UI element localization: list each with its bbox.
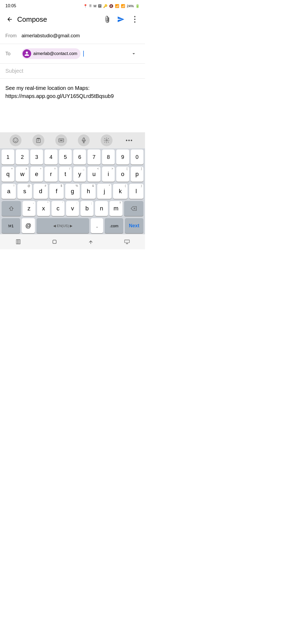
svg-point-4	[15, 140, 15, 140]
key-e[interactable]: ÷e	[30, 167, 43, 182]
dotcom-button[interactable]: .com	[105, 218, 123, 233]
nav-recents-button[interactable]	[12, 236, 24, 248]
key-3[interactable]: 3	[30, 149, 43, 164]
nav-back-icon	[88, 239, 94, 245]
expand-recipients-button[interactable]	[128, 48, 140, 60]
attach-button[interactable]	[101, 13, 113, 25]
keyboard-toolbar: •••	[0, 132, 145, 148]
chevron-down-icon	[131, 51, 137, 57]
mic-icon	[81, 137, 87, 143]
recipient-avatar	[23, 49, 31, 58]
key-g[interactable]: %g	[65, 184, 79, 199]
subject-row[interactable]: Subject	[0, 64, 145, 79]
key-r[interactable]: =r	[45, 167, 57, 182]
backspace-icon	[131, 206, 137, 211]
gear-icon	[104, 137, 110, 143]
send-button[interactable]	[115, 13, 127, 25]
key-i[interactable]: >i	[102, 167, 115, 182]
shift-button[interactable]	[2, 201, 21, 216]
key-x[interactable]: "x	[37, 201, 50, 216]
backspace-button[interactable]	[124, 201, 143, 216]
key-y[interactable]: _y	[73, 167, 86, 182]
wifi-icon: 📶	[115, 4, 119, 8]
symbols-button[interactable]: !#1	[2, 218, 20, 233]
key-9[interactable]: 9	[116, 149, 129, 164]
key-s[interactable]: @s	[17, 184, 32, 199]
svg-rect-24	[17, 240, 19, 244]
clipboard-button[interactable]	[32, 134, 44, 146]
key-a[interactable]: !a	[2, 184, 16, 199]
recipient-email: aimerlab@contact.com	[33, 51, 77, 56]
back-button[interactable]	[4, 14, 15, 25]
period-button[interactable]: .	[91, 218, 103, 233]
key-l[interactable]: )l	[129, 184, 143, 199]
svg-point-22	[106, 140, 107, 141]
person-icon	[24, 51, 30, 56]
next-button[interactable]: Next	[125, 218, 143, 233]
key-5[interactable]: 5	[59, 149, 72, 164]
svg-point-3	[13, 138, 18, 143]
key-0[interactable]: 0	[131, 149, 143, 164]
to-field-area[interactable]: aimerlab@contact.com	[21, 48, 128, 59]
more-toolbar-button[interactable]: •••	[124, 134, 135, 146]
key-b[interactable]: ;b	[81, 201, 93, 216]
key-4[interactable]: 4	[45, 149, 57, 164]
page-title: Compose	[17, 15, 101, 24]
mute-icon: 🔇	[109, 4, 113, 8]
keyboard-asdf-row: !a @s #d $f %g &h *j (k )l	[0, 183, 145, 200]
key-d[interactable]: #d	[34, 184, 48, 199]
keyboard-zxcv-row: -z "x 'c :v ;b n ?m	[0, 200, 145, 217]
key-7[interactable]: 7	[88, 149, 100, 164]
to-chip[interactable]: aimerlab@contact.com	[21, 48, 81, 59]
emoji-icon	[13, 137, 19, 143]
key-p[interactable]: ]p	[131, 167, 143, 182]
key-q[interactable]: +q	[2, 167, 14, 182]
svg-rect-26	[53, 240, 56, 244]
keyboard-button[interactable]	[55, 134, 67, 146]
compose-form: From aimerlabstudio@gmail.com To aimerla…	[0, 28, 145, 132]
keyboard-bottom-row: !#1 @ ◀ EN(US) ▶ . .com Next	[0, 217, 145, 234]
key-h[interactable]: &h	[81, 184, 96, 199]
at-button[interactable]: @	[22, 218, 35, 233]
key-w[interactable]: xw	[16, 167, 28, 182]
svg-point-0	[134, 16, 136, 17]
body-text[interactable]: See my real-time location on Maps: https…	[5, 85, 114, 99]
key-k[interactable]: (k	[113, 184, 127, 199]
clipboard-icon	[35, 137, 41, 143]
svg-rect-19	[83, 138, 85, 141]
nav-home-button[interactable]	[49, 236, 60, 248]
key-t[interactable]: /t	[59, 167, 72, 182]
svg-rect-25	[19, 240, 20, 244]
body-area[interactable]: See my real-time location on Maps: https…	[0, 79, 145, 132]
key-6[interactable]: 6	[73, 149, 86, 164]
key-v[interactable]: :v	[66, 201, 79, 216]
app-bar-actions	[101, 13, 141, 25]
key-1[interactable]: 1	[2, 149, 14, 164]
key-8[interactable]: 8	[102, 149, 115, 164]
emoji-button[interactable]	[10, 134, 21, 146]
key-n[interactable]: n	[95, 201, 108, 216]
key-j[interactable]: *j	[97, 184, 111, 199]
more-options-button[interactable]	[129, 13, 141, 25]
subject-placeholder[interactable]: Subject	[5, 68, 23, 74]
key-2[interactable]: 2	[16, 149, 28, 164]
key-m[interactable]: ?m	[110, 201, 122, 216]
key-f[interactable]: $f	[49, 184, 64, 199]
home-icon	[52, 239, 57, 245]
photo-icon: 🖼	[98, 4, 102, 8]
key-z[interactable]: -z	[23, 201, 35, 216]
location-icon: 📍	[83, 4, 88, 8]
svg-point-1	[134, 19, 136, 20]
key-u[interactable]: <u	[88, 167, 100, 182]
key-c[interactable]: 'c	[52, 201, 64, 216]
nav-keyboard-hide-button[interactable]	[121, 236, 133, 248]
nav-back-button[interactable]	[85, 236, 97, 248]
settings-button[interactable]	[101, 134, 113, 146]
space-button[interactable]: ◀ EN(US) ▶	[37, 218, 89, 233]
mic-button[interactable]	[78, 134, 90, 146]
status-time: 10:05	[5, 3, 16, 8]
more-dots-icon	[134, 16, 136, 23]
key-o[interactable]: [o	[116, 167, 129, 182]
navigation-bar	[0, 234, 145, 249]
to-row[interactable]: To aimerlab@contact.com	[0, 44, 145, 64]
